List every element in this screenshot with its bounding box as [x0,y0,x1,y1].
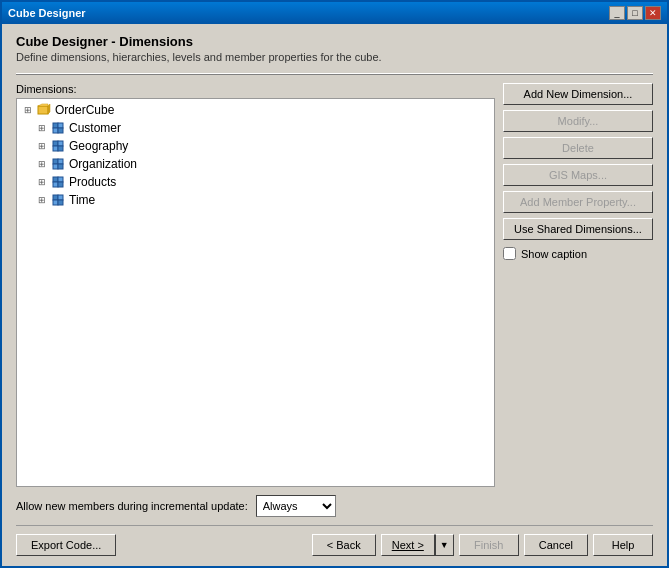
header-divider [16,73,653,75]
expand-icon-organization: ⊞ [35,157,49,171]
svg-rect-13 [53,164,58,169]
add-member-property-button[interactable]: Add Member Property... [503,191,653,213]
title-bar-controls: _ □ ✕ [609,6,661,20]
page-title: Cube Designer - Dimensions [16,34,653,49]
footer-left: Export Code... [16,534,116,556]
footer-right: < Back Next > ▼ Finish Cancel Help [312,534,653,556]
svg-rect-15 [53,177,58,182]
next-button[interactable]: Next > [381,534,435,556]
gis-maps-button[interactable]: GIS Maps... [503,164,653,186]
tree-label-time: Time [69,193,95,207]
incremental-update-label: Allow new members during incremental upd… [16,500,248,512]
finish-button[interactable]: Finish [459,534,519,556]
svg-rect-11 [53,159,58,164]
modify-button[interactable]: Modify... [503,110,653,132]
tree-item-customer[interactable]: ⊞ Customer [19,119,492,137]
dimension-icon-organization [50,156,66,172]
svg-rect-19 [53,195,58,200]
minimize-button[interactable]: _ [609,6,625,20]
expand-icon-products: ⊞ [35,175,49,189]
tree-label-ordercube: OrderCube [55,103,114,117]
expand-icon-time: ⊞ [35,193,49,207]
tree-label-organization: Organization [69,157,137,171]
svg-rect-7 [53,141,58,146]
help-button[interactable]: Help [593,534,653,556]
delete-button[interactable]: Delete [503,137,653,159]
svg-rect-6 [58,128,63,133]
right-panel: Add New Dimension... Modify... Delete GI… [503,83,653,517]
tree-item-geography[interactable]: ⊞ Geography [19,137,492,155]
tree-item-products[interactable]: ⊞ Products [19,173,492,191]
tree-item-ordercube[interactable]: ⊞ OrderCube [19,101,492,119]
left-panel: Dimensions: ⊞ OrderCube [16,83,495,517]
dimensions-label: Dimensions: [16,83,495,95]
incremental-dropdown-container: Always Never Ask [256,495,336,517]
svg-rect-9 [53,146,58,151]
tree-label-products: Products [69,175,116,189]
svg-rect-18 [58,182,63,187]
svg-rect-16 [58,177,63,182]
page-subtitle: Define dimensions, hierarchies, levels a… [16,51,653,63]
dimension-icon-time [50,192,66,208]
show-caption-checkbox[interactable] [503,247,516,260]
svg-rect-0 [38,106,48,114]
window-title: Cube Designer [8,7,86,19]
footer-bar: Export Code... < Back Next > ▼ Finish Ca… [16,525,653,558]
svg-rect-5 [53,128,58,133]
svg-rect-14 [58,164,63,169]
tree-item-time[interactable]: ⊞ Time [19,191,492,209]
header-section: Cube Designer - Dimensions Define dimens… [16,34,653,63]
next-group: Next > ▼ [381,534,454,556]
expand-icon-customer: ⊞ [35,121,49,135]
dimensions-tree[interactable]: ⊞ OrderCube ⊞ [16,98,495,487]
add-new-dimension-button[interactable]: Add New Dimension... [503,83,653,105]
svg-marker-2 [48,104,50,114]
show-caption-label: Show caption [521,248,587,260]
main-window: Cube Designer _ □ ✕ Cube Designer - Dime… [0,0,669,568]
main-body: Dimensions: ⊞ OrderCube [16,83,653,517]
next-dropdown-arrow[interactable]: ▼ [435,534,454,556]
svg-rect-3 [53,123,58,128]
incremental-update-row: Allow new members during incremental upd… [16,495,495,517]
dimension-icon-products [50,174,66,190]
close-button[interactable]: ✕ [645,6,661,20]
incremental-update-dropdown[interactable]: Always Never Ask [256,495,336,517]
tree-item-organization[interactable]: ⊞ Organization [19,155,492,173]
tree-label-customer: Customer [69,121,121,135]
expand-icon-geography: ⊞ [35,139,49,153]
title-bar: Cube Designer _ □ ✕ [2,2,667,24]
cube-icon [36,102,52,118]
svg-rect-21 [53,200,58,205]
svg-rect-12 [58,159,63,164]
dimension-icon-customer [50,120,66,136]
cancel-button[interactable]: Cancel [524,534,588,556]
svg-rect-8 [58,141,63,146]
back-button[interactable]: < Back [312,534,376,556]
dimension-icon-geography [50,138,66,154]
maximize-button[interactable]: □ [627,6,643,20]
svg-rect-10 [58,146,63,151]
svg-marker-1 [38,104,48,106]
export-code-button[interactable]: Export Code... [16,534,116,556]
svg-rect-20 [58,195,63,200]
expand-icon-ordercube: ⊞ [21,103,35,117]
tree-label-geography: Geography [69,139,128,153]
use-shared-dimensions-button[interactable]: Use Shared Dimensions... [503,218,653,240]
svg-rect-22 [58,200,63,205]
content-area: Cube Designer - Dimensions Define dimens… [2,24,667,566]
svg-rect-17 [53,182,58,187]
svg-rect-4 [58,123,63,128]
show-caption-row: Show caption [503,247,653,260]
